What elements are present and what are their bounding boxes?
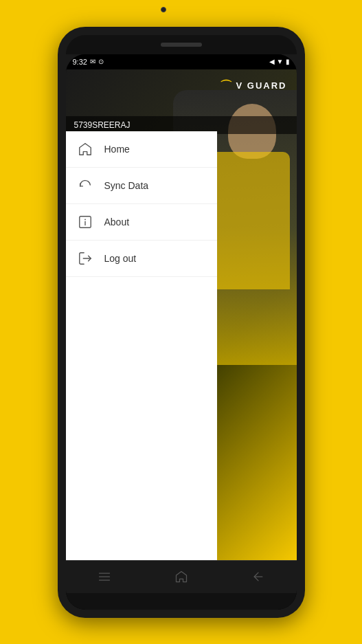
menu-item-sync[interactable]: Sync Data — [66, 168, 217, 204]
drawer-menu: Home Sync Data — [66, 131, 217, 560]
signal-icon: ◀ — [269, 58, 275, 65]
nav-bar — [66, 560, 297, 593]
status-time: 9:32 — [73, 58, 87, 66]
menu-item-about[interactable]: About — [66, 204, 217, 241]
home-icon — [77, 141, 93, 157]
phone-speaker — [161, 43, 202, 47]
about-icon — [77, 214, 93, 230]
vguard-logo: ⌒ V GUARD — [220, 78, 287, 94]
phone-bezel-top — [66, 35, 297, 54]
wifi-icon: ▼ — [277, 58, 284, 65]
nav-menu-button[interactable] — [91, 563, 118, 590]
phone-screen: 9:32 ✉ ⊙ ◀ ▼ ▮ ⌒ V GUARD — [66, 54, 297, 610]
status-bar: 9:32 ✉ ⊙ ◀ ▼ ▮ — [66, 54, 297, 69]
vguard-wing-icon: ⌒ — [220, 78, 234, 94]
phone-bezel-bottom — [66, 593, 297, 610]
menu-item-logout[interactable]: Log out — [66, 241, 217, 277]
email-status-icon: ✉ — [90, 58, 95, 65]
about-label: About — [104, 216, 130, 227]
username-text: 5739SREERAJ — [74, 120, 131, 130]
sync-icon — [77, 177, 93, 194]
battery-icon: ▮ — [286, 58, 290, 65]
logout-icon — [77, 250, 93, 267]
location-status-icon: ⊙ — [98, 58, 104, 65]
menu-item-home[interactable]: Home — [66, 131, 217, 168]
phone-device: 9:32 ✉ ⊙ ◀ ▼ ▮ ⌒ V GUARD — [58, 27, 305, 618]
nav-back-button[interactable] — [245, 563, 272, 590]
logout-label: Log out — [104, 253, 137, 264]
brand-name: V GUARD — [236, 80, 287, 91]
home-label: Home — [104, 144, 130, 155]
sync-data-label: Sync Data — [104, 180, 149, 191]
status-right: ◀ ▼ ▮ — [269, 58, 290, 65]
person-body — [207, 152, 290, 289]
screen-content: ⌒ V GUARD 5739SREERAJ Home — [66, 69, 297, 560]
phone-camera — [161, 7, 166, 12]
status-left: 9:32 ✉ ⊙ — [73, 58, 104, 66]
nav-home-button[interactable] — [168, 563, 195, 590]
